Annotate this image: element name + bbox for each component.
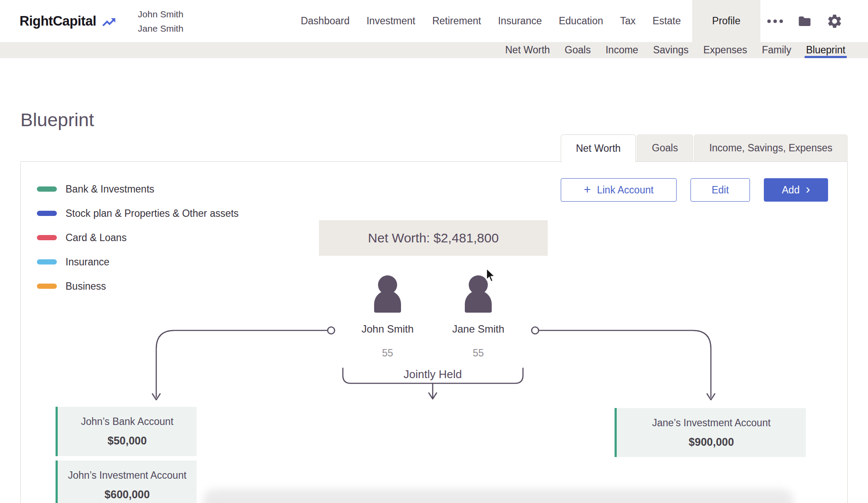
subnav-net-worth[interactable]: Net Worth [505,42,550,58]
person-john[interactable]: John Smith 55 [344,274,431,359]
link-account-label: Link Account [597,184,653,196]
plus-icon: + [584,183,591,196]
client-names[interactable]: John Smith Jane Smith [138,7,184,36]
main-nav: Dashboard Investment Retirement Insuranc… [301,15,681,27]
client-secondary: Jane Smith [138,21,184,36]
trending-up-icon [99,15,118,30]
legend-swatch-business [37,284,57,289]
legend-label-stock: Stock plan & Properties & Other assets [66,208,239,219]
gear-icon[interactable] [826,13,843,29]
edit-button[interactable]: Edit [690,178,750,202]
account-value: $50,000 [108,434,147,447]
person-age: 55 [435,347,522,359]
add-label: Add [782,184,800,196]
folder-icon[interactable] [796,14,813,29]
nav-education[interactable]: Education [559,15,603,27]
below-fold-shadow [203,489,793,503]
edit-label: Edit [712,184,729,196]
blueprint-page: RightCapital John Smith Jane Smith Dashb… [0,0,868,503]
chevron-right-icon: › [806,183,810,196]
legend-item-insurance: Insurance [37,250,239,274]
client-primary: John Smith [138,7,184,21]
legend-item-card-loans: Card & Loans [37,225,239,250]
link-account-button[interactable]: + Link Account [561,178,677,202]
rightcapital-logo[interactable]: RightCapital [20,13,118,30]
tab-goals[interactable]: Goals [637,134,693,161]
net-worth-total: Net Worth: $2,481,800 [319,220,548,256]
top-nav: RightCapital John Smith Jane Smith Dashb… [0,0,868,42]
profile-sub-nav: Net Worth Goals Income Savings Expenses … [0,42,868,58]
nav-icon-group [767,13,843,29]
account-jane-investment[interactable]: Jane’s Investment Account $900,000 [615,408,806,457]
nav-dashboard[interactable]: Dashboard [301,15,350,27]
nav-insurance[interactable]: Insurance [498,15,542,27]
logo-text: RightCapital [20,13,96,29]
nav-investment[interactable]: Investment [366,15,415,27]
nav-estate[interactable]: Estate [653,15,681,27]
legend-label-business: Business [66,281,106,292]
legend-item-bank: Bank & Investments [37,177,239,201]
person-name: John Smith [344,323,431,335]
account-value: $900,000 [689,436,734,448]
mouse-cursor [485,268,496,283]
person-name: Jane Smith [435,323,522,335]
card-toolbar: + Link Account Edit Add › [561,178,828,202]
person-jane[interactable]: Jane Smith 55 [435,274,522,359]
category-legend: Bank & Investments Stock plan & Properti… [37,177,239,298]
more-menu-icon[interactable] [767,20,783,23]
account-title: John’s Investment Account [68,470,186,481]
account-john-investment[interactable]: John’s Investment Account $600,000 [56,461,197,503]
person-icon [373,274,402,314]
person-age: 55 [344,347,431,359]
legend-label-bank: Bank & Investments [66,183,155,195]
legend-swatch-card-loans [37,235,57,240]
legend-item-business: Business [37,274,239,298]
account-title: Jane’s Investment Account [652,417,770,429]
nav-profile-active[interactable]: Profile [692,0,760,42]
nav-tax[interactable]: Tax [620,15,636,27]
jointly-held-label: Jointly Held [389,368,476,381]
subnav-savings[interactable]: Savings [653,42,689,58]
subnav-goals[interactable]: Goals [565,42,591,58]
account-value: $600,000 [105,488,150,501]
page-title: Blueprint [20,109,94,131]
account-title: John’s Bank Account [81,416,173,428]
legend-item-stock: Stock plan & Properties & Other assets [37,201,239,225]
add-button[interactable]: Add › [764,178,828,202]
tab-net-worth-active[interactable]: Net Worth [561,134,636,162]
nav-retirement[interactable]: Retirement [432,15,481,27]
legend-swatch-insurance [37,259,57,265]
account-john-bank[interactable]: John’s Bank Account $50,000 [56,407,197,456]
legend-label-insurance: Insurance [66,256,109,268]
legend-label-card-loans: Card & Loans [66,232,127,244]
subnav-income[interactable]: Income [605,42,638,58]
subnav-blueprint-active[interactable]: Blueprint [806,42,845,58]
subnav-family[interactable]: Family [762,42,791,58]
legend-swatch-bank [37,186,57,192]
tab-income-savings-expenses[interactable]: Income, Savings, Expenses [694,134,848,161]
subnav-expenses[interactable]: Expenses [703,42,747,58]
blueprint-tabs: Net Worth Goals Income, Savings, Expense… [561,134,848,162]
legend-swatch-stock [37,211,57,216]
